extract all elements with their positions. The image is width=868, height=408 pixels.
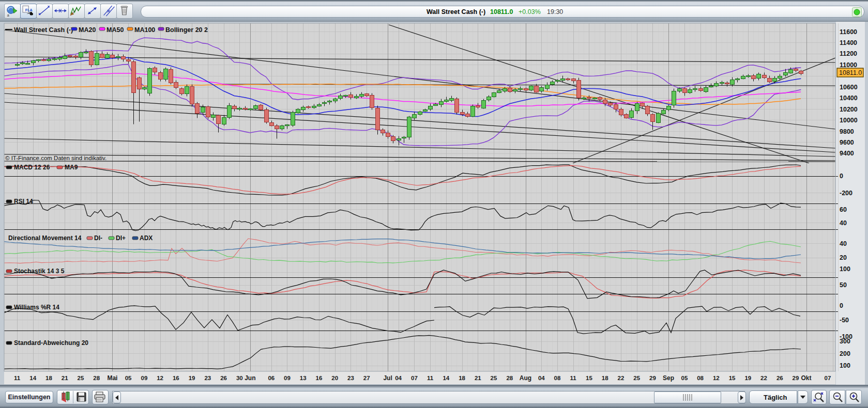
svg-text:26: 26: [776, 375, 783, 381]
svg-text:RSI 14: RSI 14: [14, 198, 33, 205]
svg-text:16: 16: [173, 375, 179, 381]
svg-text:08: 08: [554, 375, 561, 381]
svg-text:Wall Street Cash (-): Wall Street Cash (-): [14, 26, 73, 34]
svg-text:25: 25: [491, 375, 497, 381]
svg-text:11200: 11200: [840, 50, 857, 57]
svg-text:60: 60: [840, 206, 847, 213]
svg-text:Directional Movement 14: Directional Movement 14: [8, 234, 82, 242]
svg-text:22: 22: [618, 375, 625, 381]
svg-text:Bollinger 20 2: Bollinger 20 2: [165, 26, 208, 34]
svg-text:15: 15: [586, 375, 592, 381]
svg-text:Mai: Mai: [107, 374, 117, 382]
svg-text:-200: -200: [840, 190, 852, 197]
svg-text:12: 12: [713, 375, 720, 381]
svg-text:29: 29: [649, 375, 656, 381]
svg-text:11: 11: [14, 375, 21, 381]
svg-text:20: 20: [331, 375, 338, 381]
svg-text:100: 100: [840, 265, 850, 273]
svg-text:11000: 11000: [840, 61, 857, 69]
svg-text:19: 19: [189, 375, 195, 381]
svg-text:10400: 10400: [840, 95, 858, 102]
svg-text:MA100: MA100: [134, 26, 155, 34]
svg-text:MA9: MA9: [65, 164, 78, 171]
svg-text:10200: 10200: [840, 106, 858, 113]
svg-text:Williams %R 14: Williams %R 14: [14, 304, 59, 311]
svg-text:10811.0: 10811.0: [839, 69, 862, 76]
svg-text:Okt: Okt: [801, 374, 811, 382]
svg-text:25: 25: [633, 375, 640, 381]
svg-text:14: 14: [443, 375, 449, 381]
svg-text:09: 09: [141, 375, 148, 381]
svg-text:12: 12: [157, 375, 163, 381]
svg-text:Jul: Jul: [383, 374, 392, 382]
svg-text:0: 0: [840, 302, 843, 309]
svg-text:21: 21: [475, 375, 481, 381]
svg-text:21: 21: [62, 375, 68, 381]
svg-text:05: 05: [681, 375, 688, 381]
svg-text:16: 16: [316, 375, 323, 381]
svg-text:a: a: [7, 13, 9, 18]
svg-text:04: 04: [395, 375, 402, 381]
svg-text:27: 27: [363, 375, 370, 381]
svg-text:30: 30: [236, 375, 243, 381]
svg-text:18: 18: [459, 375, 465, 381]
svg-text:26: 26: [220, 375, 227, 381]
svg-text:DI+: DI+: [116, 234, 126, 242]
svg-text:300: 300: [840, 338, 850, 345]
svg-text:MACD 12 26: MACD 12 26: [14, 164, 50, 171]
svg-text:20: 20: [840, 254, 847, 261]
svg-text:28: 28: [506, 375, 513, 381]
svg-text:14: 14: [29, 375, 36, 381]
svg-text:07: 07: [411, 375, 418, 381]
svg-text:Sep: Sep: [663, 374, 674, 382]
svg-text:23: 23: [204, 375, 211, 381]
svg-text:18: 18: [602, 375, 608, 381]
svg-text:Aug: Aug: [520, 374, 531, 382]
svg-text:25: 25: [78, 375, 84, 381]
svg-text:09: 09: [284, 375, 291, 381]
svg-text:11600: 11600: [840, 28, 857, 36]
svg-text:04: 04: [538, 375, 545, 381]
svg-text:07: 07: [825, 375, 831, 381]
svg-text:9600: 9600: [840, 139, 854, 146]
svg-text:50: 50: [840, 281, 847, 289]
svg-text:© IT-Finance.com Daten sind in: © IT-Finance.com Daten sind indikativ.: [5, 155, 106, 161]
svg-text:10000: 10000: [840, 117, 858, 124]
svg-text:19: 19: [744, 375, 751, 381]
svg-text:FLA: FLA: [25, 8, 33, 12]
svg-text:40: 40: [840, 219, 847, 227]
svg-text:200: 200: [840, 350, 850, 357]
svg-text:Jun: Jun: [245, 374, 255, 382]
svg-text:MA50: MA50: [106, 26, 124, 34]
svg-text:11: 11: [427, 375, 434, 381]
svg-text:100: 100: [840, 362, 850, 369]
svg-text:23: 23: [347, 375, 354, 381]
svg-text:9800: 9800: [840, 128, 854, 135]
svg-text:-50: -50: [840, 317, 849, 324]
svg-text:DI-: DI-: [94, 234, 102, 242]
svg-text:9400: 9400: [840, 150, 854, 157]
svg-text:13: 13: [300, 375, 307, 381]
svg-text:Standard-Abweichung 20: Standard-Abweichung 20: [14, 339, 88, 347]
svg-text:ADX: ADX: [140, 234, 153, 242]
svg-text:15: 15: [729, 375, 736, 381]
svg-text:11: 11: [570, 375, 577, 381]
svg-text:MA20: MA20: [79, 26, 96, 34]
svg-text:40: 40: [840, 240, 847, 247]
svg-text:22: 22: [760, 375, 767, 381]
svg-text:29: 29: [793, 375, 799, 381]
svg-text:28: 28: [93, 375, 100, 381]
svg-text:0: 0: [840, 172, 843, 180]
svg-text:18: 18: [45, 375, 52, 381]
svg-text:06: 06: [268, 375, 275, 381]
svg-text:10600: 10600: [840, 84, 858, 91]
svg-text:Stochastik 14 3 5: Stochastik 14 3 5: [14, 268, 65, 275]
svg-text:05: 05: [125, 375, 132, 381]
svg-text:08: 08: [697, 375, 704, 381]
svg-text:11400: 11400: [840, 39, 857, 46]
